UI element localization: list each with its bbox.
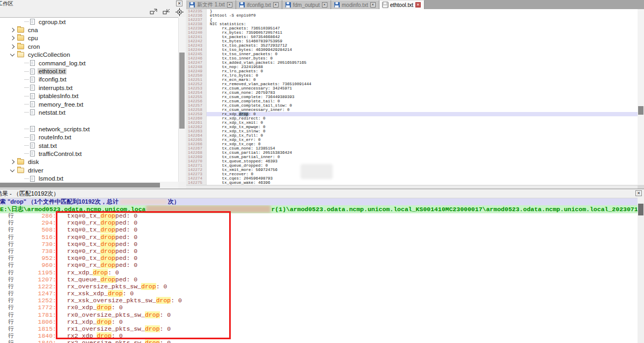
result-row[interactable]: 行960:rxq#0_rx_dropped: 0 <box>0 262 638 269</box>
workspace-titlebar: 工作区 ✕ <box>0 0 185 7</box>
folder-icon <box>17 44 24 49</box>
chevron-right-icon[interactable] <box>10 160 14 164</box>
close-icon[interactable]: ✕ <box>227 2 232 8</box>
sidebar-item-trafficControl-txt[interactable]: trafficControl.txt <box>0 150 178 158</box>
result-row[interactable]: 行738:rxq#0_rx_dropped: 0 <box>0 248 638 255</box>
sidebar-item-ifconfig-txt[interactable]: ifconfig.txt <box>0 76 178 84</box>
chevron-down-icon[interactable] <box>10 167 14 172</box>
line-number: 142248 <box>186 65 207 69</box>
result-line-text: rx2_xdp_drop: 0 <box>56 332 123 339</box>
tab-fdm_output[interactable]: fdm_output✕ <box>282 0 331 9</box>
row-label: 行 <box>0 311 22 318</box>
scrollbar-thumb[interactable] <box>0 183 160 188</box>
sidebar-item-cpu[interactable]: cpu <box>0 34 178 42</box>
tab-ifconfig.txt[interactable]: ifconfig.txt✕ <box>236 0 282 9</box>
result-line-text: txq#0_tx_dropped: 0 <box>56 241 137 248</box>
chevron-right-icon[interactable] <box>10 44 14 49</box>
result-row[interactable]: 行1840:rx2_xdp_drop: 0 <box>0 332 638 339</box>
result-row[interactable]: 行1849:rx2_oversize_pkts_sw_drop: 0 <box>0 339 638 343</box>
sidebar-item-stat-txt[interactable]: stat.txt <box>0 141 178 150</box>
result-row[interactable]: 行952:txq#0_tx_dropped: 0 <box>0 255 638 262</box>
chevron-down-icon[interactable] <box>10 52 14 56</box>
tree-item-label: cgroup.txt <box>38 19 67 25</box>
result-row[interactable]: 行294:rxq#0_rx_dropped: 0 <box>0 219 638 226</box>
result-list: 行286:txq#0_tx_dropped: 0行294:rxq#0_rx_dr… <box>0 212 638 343</box>
result-row[interactable]: 行1195:rx_xdp_drop: 0 <box>0 269 638 276</box>
tree-vertical-scrollbar[interactable] <box>178 17 185 182</box>
file-icon <box>30 93 35 99</box>
line-number: 142235 <box>186 9 207 13</box>
sidebar-item-cron[interactable]: cron <box>0 42 178 50</box>
close-icon[interactable]: ✕ <box>415 2 421 8</box>
result-row[interactable]: 行1222:rx_oversize_pkts_sw_drop: 0 <box>0 283 638 290</box>
sidebar-item-disk[interactable]: disk <box>0 158 178 166</box>
editor-line-text: tx_csum_partial: 205153836424 <box>207 151 638 155</box>
result-row[interactable]: 行1806:rx1_xdp_drop: 0 <box>0 318 638 325</box>
editor-line-text: tx_packets: 507354668642 <box>207 35 638 39</box>
result-row[interactable]: 行1781:rx0_oversize_pkts_sw_drop: 0 <box>0 311 638 318</box>
result-row[interactable]: 行1815:rx1_oversize_pkts_sw_drop: 0 <box>0 325 638 332</box>
locate-file-icon[interactable] <box>174 8 185 17</box>
line-number: 142241 <box>186 35 207 39</box>
tree-connector <box>24 137 29 138</box>
editor-line: 142238NIC statistics: <box>186 22 638 26</box>
sidebar-item-driver[interactable]: driver <box>0 166 178 174</box>
result-row[interactable]: 行508:txq#0_tx_dropped: 0 <box>0 226 638 233</box>
sidebar-item-network_scripts-txt[interactable]: network_scripts.txt <box>0 125 178 133</box>
editor-line: 142241 tx_packets: 507354668642 <box>186 35 638 39</box>
sidebar-item-cgroup-txt[interactable]: cgroup.txt <box>0 18 178 26</box>
current-search-match: drop <box>239 112 248 116</box>
sidebar-item-cyclicCollection[interactable]: cyclicCollection <box>0 51 178 59</box>
sidebar-item-routeInfo-txt[interactable]: routeInfo.txt <box>0 133 178 141</box>
scrollbar-thumb[interactable] <box>638 204 643 215</box>
result-row[interactable]: 行1772:rx0_xdp_drop: 0 <box>0 304 638 311</box>
result-line-number: 1207: <box>22 276 56 283</box>
row-label: 行 <box>0 255 22 262</box>
redaction-blur <box>146 205 270 213</box>
tree-gap-redacted <box>0 117 178 125</box>
tab-modinfo.txt[interactable]: modinfo.txt✕ <box>331 0 379 9</box>
line-number: 142275 <box>186 181 207 185</box>
editor-line-text: tx_tso_packets: 35272932712 <box>207 43 638 48</box>
result-row[interactable]: 行1247:rx_xsk_xdp_drop: 0 <box>0 290 638 297</box>
editor-vertical-scrollbar[interactable] <box>638 9 644 185</box>
editor-line-text: rx_xdp_tx_mpwqe: 0 <box>207 125 638 129</box>
sidebar-item-iptablesInfo-txt[interactable]: iptablesInfo.txt <box>0 92 178 100</box>
line-number: 142237 <box>186 18 207 22</box>
sidebar-item-cna[interactable]: cna <box>0 26 178 34</box>
match-highlight: drop <box>97 332 112 339</box>
row-label: 行 <box>0 290 22 297</box>
result-row[interactable]: 行1207:tx_queue_dropped: 0 <box>0 276 638 283</box>
text-editor[interactable]: 142235}142236ethtool -S enp1s0f0142237{1… <box>186 9 638 185</box>
close-icon[interactable]: ✕ <box>370 2 376 8</box>
collapse-all-icon[interactable] <box>161 8 172 17</box>
tab-ethtool.txt[interactable]: ethtool.txt✕ <box>379 0 425 9</box>
line-number: 142258 <box>186 108 207 112</box>
expand-all-icon[interactable] <box>148 8 159 17</box>
sidebar-item-lsmod-txt[interactable]: lsmod.txt <box>0 174 178 182</box>
result-row[interactable]: 行286:txq#0_tx_dropped: 0 <box>0 212 638 219</box>
result-row[interactable]: 行1252:rx_xsk_oversize_pkts_sw_drop: 0 <box>0 297 638 304</box>
result-row[interactable]: 行730:txq#0_tx_dropped: 0 <box>0 241 638 248</box>
results-vertical-scrollbar[interactable] <box>638 197 644 343</box>
close-icon[interactable]: ✕ <box>176 1 182 6</box>
scrollbar-thumb[interactable] <box>179 53 185 129</box>
result-line-text: rxq#0_rx_dropped: 0 <box>56 262 137 269</box>
line-number: 142260 <box>186 116 207 121</box>
sidebar-item-command_log-txt[interactable]: command_log.txt <box>0 59 178 67</box>
editor-line-text: tx_queue_wake: 46396 <box>207 181 638 185</box>
sidebar-item-ethtool-txt[interactable]: ethtool.txt <box>0 67 178 75</box>
result-row[interactable]: 行516:rxq#0_rx_dropped: 0 <box>0 234 638 241</box>
tree-horizontal-scrollbar[interactable] <box>0 182 178 189</box>
chevron-right-icon[interactable] <box>10 28 14 32</box>
close-icon[interactable]: ✕ <box>322 2 327 8</box>
sidebar-item-interrupts-txt[interactable]: interrupts.txt <box>0 84 178 92</box>
tab-新文件 1.txt[interactable]: 新文件 1.txt✕ <box>186 0 236 9</box>
close-icon[interactable]: ✕ <box>635 190 642 196</box>
chevron-right-icon[interactable] <box>10 36 14 40</box>
close-icon[interactable]: ✕ <box>273 2 279 8</box>
file-tree: cgroup.txtcnacpucroncyclicCollectioncomm… <box>0 17 178 182</box>
sidebar-item-memory_free-txt[interactable]: memory_free.txt <box>0 100 178 108</box>
scrollbar-thumb[interactable] <box>638 106 643 115</box>
sidebar-item-netstat-txt[interactable]: netstat.txt <box>0 108 178 116</box>
